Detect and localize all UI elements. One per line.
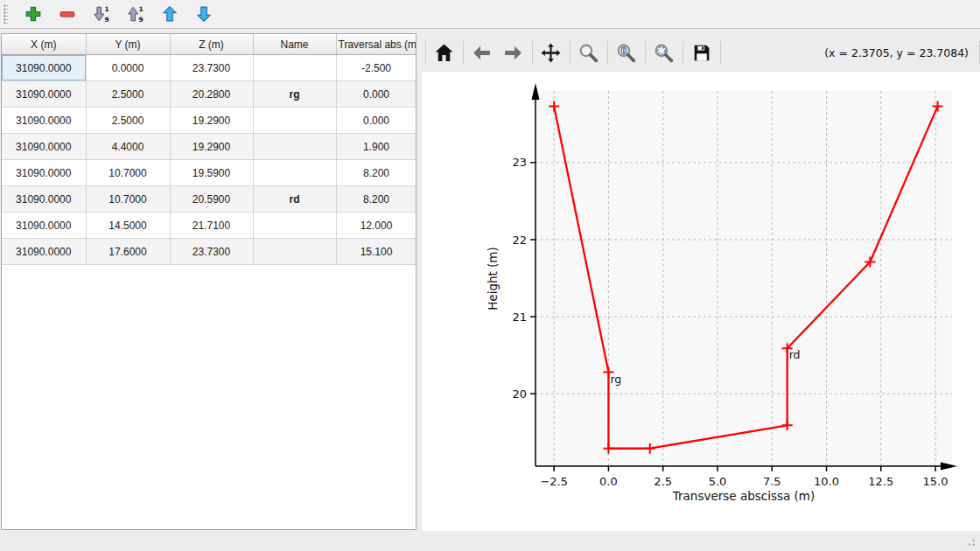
table-cell[interactable]: 15.100 — [336, 239, 416, 265]
plot-navigation-toolbar: (x = 2.3705, y = 23.7084) — [422, 33, 980, 72]
sort-up-1-9-icon: 1 9 — [126, 4, 147, 24]
remove-point-button[interactable] — [57, 3, 80, 25]
sort-descending-button[interactable]: 1 9 — [125, 3, 148, 25]
column-header-2[interactable]: Z (m) — [170, 34, 253, 55]
table-cell[interactable]: 14.5000 — [86, 213, 170, 239]
table-row: 31090.00002.500020.2800rg0.000 — [2, 81, 416, 108]
y-tick-label: 20 — [512, 387, 527, 401]
table-cell[interactable] — [253, 55, 336, 81]
table-cell[interactable]: 31090.0000 — [2, 134, 86, 160]
table-cell[interactable]: 23.7300 — [170, 55, 253, 81]
y-tick-label: 22 — [512, 234, 527, 247]
cross-section-plot: −2.50.02.55.07.510.012.515.020212223Tran… — [422, 72, 980, 531]
x-tick-label: 0.0 — [599, 475, 618, 488]
table-row: 31090.000017.600023.730015.100 — [2, 239, 416, 265]
table-cell[interactable] — [253, 108, 336, 134]
magnifier-icon — [578, 42, 600, 64]
table-cell[interactable]: 20.5900 — [170, 186, 253, 213]
table-cell[interactable]: 2.5000 — [86, 108, 170, 134]
edit-toolbar: 1 9 1 9 — [0, 0, 980, 29]
move-cross-icon — [540, 42, 563, 64]
x-tick-label: 5.0 — [709, 475, 727, 488]
table-cell[interactable]: 2.5000 — [86, 81, 170, 108]
table-cell[interactable]: rg — [253, 81, 336, 108]
move-row-down-button[interactable] — [193, 3, 216, 25]
table-cell[interactable]: 31090.0000 — [2, 186, 86, 213]
floppy-disk-icon — [690, 42, 713, 64]
table-cell[interactable]: 31090.0000 — [2, 239, 86, 265]
table-cell[interactable]: 31090.0000 — [2, 160, 86, 186]
table-cell[interactable]: 12.000 — [336, 213, 416, 239]
table-cell[interactable]: 0.0000 — [86, 55, 170, 81]
column-header-4[interactable]: Traversal abs (m) — [336, 34, 416, 55]
column-header-0[interactable]: X (m) — [2, 34, 86, 55]
table-cell[interactable]: 0.000 — [336, 81, 416, 108]
points-table-panel: X (m)Y (m)Z (m)NameTraversal abs (m) 310… — [1, 33, 416, 530]
sort-down-1-9-icon: 1 9 — [92, 4, 113, 24]
table-cell[interactable] — [253, 160, 336, 186]
cursor-coordinates-readout: (x = 2.3705, y = 23.7084) — [824, 46, 974, 59]
table-cell[interactable]: 10.7000 — [86, 160, 170, 186]
x-axis-label: Transverse abscissa (m) — [672, 489, 816, 503]
points-table: X (m)Y (m)Z (m)NameTraversal abs (m) 310… — [2, 34, 416, 265]
y-tick-label: 23 — [512, 156, 527, 169]
home-button[interactable] — [431, 39, 458, 66]
table-cell[interactable] — [253, 134, 336, 160]
toolbar-separator — [607, 41, 608, 64]
x-tick-label: 10.0 — [814, 475, 839, 488]
table-cell[interactable] — [253, 213, 336, 239]
table-cell[interactable]: 31090.0000 — [2, 108, 86, 134]
arrow-left-icon — [471, 42, 494, 64]
point-annotation: rd — [789, 348, 801, 361]
resize-grip-icon[interactable] — [964, 535, 976, 548]
table-cell[interactable]: 31090.0000 — [2, 81, 86, 108]
table-cell[interactable]: 8.200 — [336, 186, 416, 213]
table-cell[interactable]: 1.900 — [336, 134, 416, 160]
home-icon — [433, 42, 456, 64]
table-cell[interactable]: 19.2900 — [170, 134, 253, 160]
table-cell[interactable]: 4.4000 — [86, 134, 170, 160]
zoom-one-button[interactable] — [613, 39, 640, 66]
toolbar-drag-handle[interactable] — [4, 4, 8, 24]
x-tick-label: −2.5 — [540, 475, 568, 488]
toolbar-separator — [645, 41, 646, 64]
table-cell[interactable]: 23.7300 — [170, 239, 253, 265]
table-cell[interactable]: rd — [253, 186, 336, 213]
back-button[interactable] — [469, 39, 495, 66]
cross-section-plot-canvas[interactable]: −2.50.02.55.07.510.012.515.020212223Tran… — [422, 72, 980, 531]
x-tick-label: 7.5 — [763, 475, 781, 488]
point-annotation: rg — [610, 373, 621, 386]
save-figure-button[interactable] — [689, 39, 715, 66]
table-row: 31090.000010.700019.59008.200 — [2, 160, 416, 186]
table-row: 31090.00000.000023.7300-2.500 — [2, 55, 416, 81]
table-row: 31090.000014.500021.710012.000 — [2, 213, 416, 239]
table-cell[interactable]: -2.500 — [336, 55, 416, 81]
table-cell[interactable]: 20.2800 — [170, 81, 253, 108]
forward-button[interactable] — [500, 39, 527, 66]
table-cell[interactable]: 0.000 — [336, 108, 416, 134]
table-cell[interactable]: 10.7000 — [86, 186, 170, 213]
zoom-button[interactable] — [576, 39, 602, 66]
sort-ascending-button[interactable]: 1 9 — [91, 3, 114, 25]
table-cell[interactable]: 31090.0000 — [2, 55, 86, 81]
svg-text:9: 9 — [138, 16, 143, 24]
table-cell[interactable]: 19.5900 — [170, 160, 253, 186]
status-bar — [0, 531, 980, 551]
svg-text:9: 9 — [104, 16, 108, 24]
table-cell[interactable] — [253, 239, 336, 265]
column-header-3[interactable]: Name — [253, 34, 336, 55]
arrow-down-icon — [194, 4, 215, 24]
table-cell[interactable]: 17.6000 — [86, 239, 170, 265]
table-cell[interactable]: 21.7100 — [170, 213, 253, 239]
x-tick-label: 2.5 — [654, 475, 672, 488]
pan-button[interactable] — [538, 39, 564, 66]
move-row-up-button[interactable] — [159, 3, 182, 25]
column-header-1[interactable]: Y (m) — [86, 34, 170, 55]
table-cell[interactable]: 31090.0000 — [2, 213, 86, 239]
toolbar-separator — [720, 41, 721, 64]
table-cell[interactable]: 19.2900 — [170, 108, 253, 134]
table-cell[interactable]: 8.200 — [336, 160, 416, 186]
add-point-button[interactable] — [23, 3, 46, 25]
zoom-select-button[interactable] — [651, 39, 677, 66]
magnifier-select-icon — [653, 42, 676, 64]
